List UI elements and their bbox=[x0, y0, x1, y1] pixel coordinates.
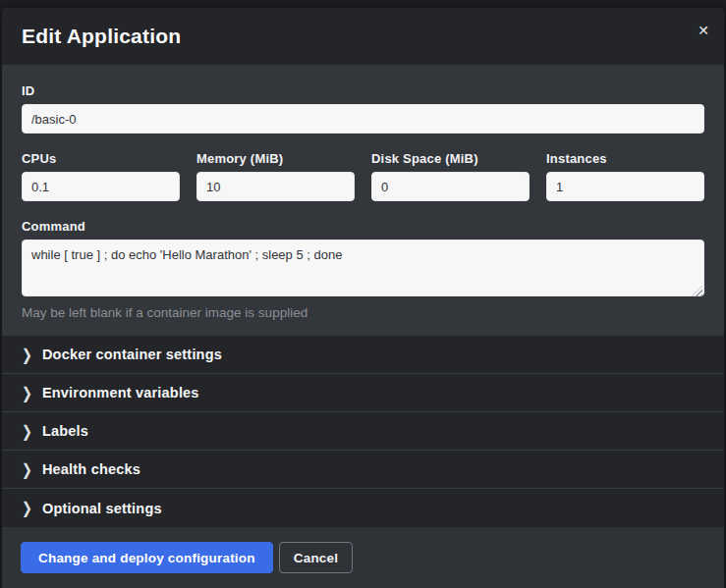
section-label: Health checks bbox=[42, 461, 140, 477]
instances-input[interactable] bbox=[546, 172, 704, 201]
command-textarea-wrap: while [ true ] ; do echo 'Hello Marathon… bbox=[22, 240, 704, 300]
section-labels[interactable]: ❯ Labels bbox=[2, 412, 724, 451]
instances-label: Instances bbox=[546, 151, 704, 166]
command-help-text: May be left blank if a container image i… bbox=[22, 305, 704, 320]
memory-label: Memory (MiB) bbox=[196, 151, 355, 166]
close-icon[interactable]: ✕ bbox=[698, 22, 709, 39]
chevron-right-icon: ❯ bbox=[22, 461, 32, 477]
application-form: ID CPUs Memory (MiB) Disk Space (MiB) In… bbox=[2, 65, 724, 336]
edit-application-modal: Edit Application ✕ ID CPUs Memory (MiB) … bbox=[2, 8, 724, 588]
memory-field-group: Memory (MiB) bbox=[196, 151, 355, 201]
id-input[interactable] bbox=[22, 104, 704, 134]
cpus-label: CPUs bbox=[22, 151, 180, 166]
section-optional-settings[interactable]: ❯ Optional settings bbox=[2, 489, 724, 527]
section-health-checks[interactable]: ❯ Health checks bbox=[2, 451, 724, 489]
change-and-deploy-button[interactable]: Change and deploy configuration bbox=[21, 542, 273, 573]
modal-title: Edit Application bbox=[22, 25, 181, 48]
collapsible-sections: ❯ Docker container settings ❯ Environmen… bbox=[2, 336, 724, 527]
memory-input[interactable] bbox=[196, 172, 355, 201]
chevron-right-icon: ❯ bbox=[22, 347, 32, 362]
cpus-input[interactable] bbox=[22, 172, 180, 201]
id-field-group: ID bbox=[22, 83, 704, 134]
chevron-right-icon: ❯ bbox=[22, 385, 32, 401]
disk-label: Disk Space (MiB) bbox=[371, 151, 530, 166]
section-label: Environment variables bbox=[42, 385, 199, 401]
id-label: ID bbox=[22, 83, 704, 98]
section-docker-container-settings[interactable]: ❯ Docker container settings bbox=[2, 336, 724, 374]
chevron-right-icon: ❯ bbox=[22, 500, 32, 515]
modal-header: Edit Application ✕ bbox=[2, 8, 724, 65]
command-field-group: Command while [ true ] ; do echo 'Hello … bbox=[22, 219, 704, 320]
chevron-right-icon: ❯ bbox=[22, 423, 32, 439]
resources-row: CPUs Memory (MiB) Disk Space (MiB) Insta… bbox=[22, 151, 704, 201]
section-label: Labels bbox=[42, 423, 88, 439]
section-label: Optional settings bbox=[42, 501, 162, 516]
modal-footer: Change and deploy configuration Cancel bbox=[2, 527, 724, 588]
section-environment-variables[interactable]: ❯ Environment variables bbox=[2, 374, 724, 412]
instances-field-group: Instances bbox=[546, 151, 704, 201]
section-label: Docker container settings bbox=[42, 347, 222, 362]
disk-input[interactable] bbox=[371, 172, 530, 201]
cancel-button[interactable]: Cancel bbox=[279, 542, 353, 573]
command-label: Command bbox=[22, 219, 704, 234]
cpus-field-group: CPUs bbox=[22, 151, 180, 201]
disk-field-group: Disk Space (MiB) bbox=[371, 151, 530, 201]
command-textarea[interactable]: while [ true ] ; do echo 'Hello Marathon… bbox=[22, 240, 704, 296]
